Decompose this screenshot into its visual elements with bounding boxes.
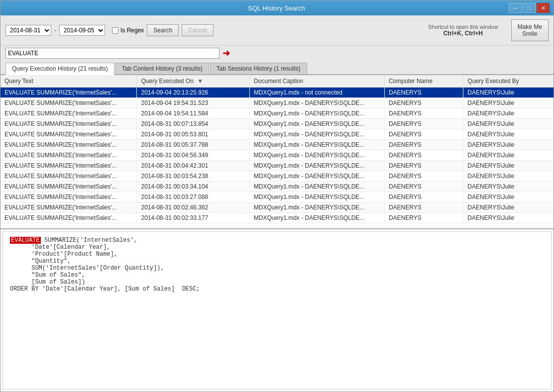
highlight-word: EVALUATE: [10, 237, 41, 244]
table-row[interactable]: EVALUATE SUMMARIZE('InternetSales'...201…: [0, 161, 554, 171]
shortcut-key: Ctrl+K, Ctrl+H: [428, 30, 498, 37]
col-header-document[interactable]: Document Caption: [249, 75, 384, 88]
table-row[interactable]: EVALUATE SUMMARIZE('InternetSales'...201…: [0, 108, 554, 119]
window-title: SQL History Search: [44, 4, 509, 12]
tabs-container: Query Execution History (21 results) Tab…: [0, 63, 554, 75]
search-input[interactable]: [5, 48, 220, 59]
table-row[interactable]: EVALUATE SUMMARIZE('InternetSales'...201…: [0, 182, 554, 192]
tab-content-history[interactable]: Tab Content History (3 results): [115, 63, 209, 74]
is-regex-label: Is Regex: [112, 27, 144, 34]
table-row[interactable]: EVALUATE SUMMARIZE('InternetSales'...201…: [0, 98, 554, 108]
date-from-select[interactable]: 2014-08-31: [5, 25, 51, 36]
table-row[interactable]: EVALUATE SUMMARIZE('InternetSales'...201…: [0, 140, 554, 150]
minimize-button[interactable]: ─: [509, 3, 522, 13]
toolbar: 2014-08-31 - 2014-09-05 Is Regex Search …: [0, 15, 554, 46]
table-header-row: Query Text Query Executed On ▼ Document …: [0, 75, 554, 88]
results-table-container[interactable]: Query Text Query Executed On ▼ Document …: [0, 75, 554, 229]
date-separator: -: [54, 27, 56, 34]
table-row[interactable]: EVALUATE SUMMARIZE('InternetSales'...201…: [0, 213, 554, 223]
cancel-button[interactable]: Cancel: [182, 24, 213, 36]
tab-sessions-history[interactable]: Tab Sessions History (1 results): [210, 63, 307, 74]
red-arrow-icon: ➜: [222, 48, 230, 59]
col-header-computer[interactable]: Computer Name: [384, 75, 463, 88]
make-smile-button[interactable]: Make MeSmile: [511, 19, 549, 41]
table-row[interactable]: EVALUATE SUMMARIZE('InternetSales'...201…: [0, 171, 554, 182]
col-header-executed-on[interactable]: Query Executed On ▼: [137, 75, 249, 88]
shortcut-area: Shortcut to open this window Ctrl+K, Ctr…: [428, 24, 498, 37]
title-bar: SQL History Search ─ □ ✕: [0, 0, 554, 15]
table-row[interactable]: EVALUATE SUMMARIZE('InternetSales'...201…: [0, 202, 554, 213]
main-window: SQL History Search ─ □ ✕ 2014-08-31 - 20…: [0, 0, 554, 392]
table-row[interactable]: EVALUATE SUMMARIZE('InternetSales'...201…: [0, 119, 554, 129]
main-content: Query Text Query Executed On ▼ Document …: [0, 75, 554, 392]
table-row[interactable]: EVALUATE SUMMARIZE('InternetSales'...201…: [0, 129, 554, 140]
close-button[interactable]: ✕: [537, 3, 550, 13]
restore-button[interactable]: □: [523, 3, 536, 13]
table-row[interactable]: EVALUATE SUMMARIZE('InternetSales'...201…: [0, 192, 554, 202]
search-bar: ➜: [0, 46, 554, 63]
table-row[interactable]: EVALUATE SUMMARIZE('InternetSales'...201…: [0, 150, 554, 161]
date-to-select[interactable]: 2014-09-05: [59, 25, 105, 36]
tab-query-execution[interactable]: Query Execution History (21 results): [5, 63, 114, 75]
window-controls: ─ □ ✕: [509, 3, 550, 13]
results-table: Query Text Query Executed On ▼ Document …: [0, 75, 554, 223]
col-header-executed-by[interactable]: Query Executed By: [463, 75, 554, 88]
col-header-query-text[interactable]: Query Text: [0, 75, 137, 88]
table-row[interactable]: EVALUATE SUMMARIZE('InternetSales'...201…: [0, 88, 554, 98]
is-regex-checkbox[interactable]: [112, 27, 118, 34]
search-button[interactable]: Search: [147, 24, 179, 36]
query-preview: EVALUATE SUMMARIZE('InternetSales', 'Dat…: [2, 231, 552, 390]
shortcut-text: Shortcut to open this window: [428, 24, 498, 30]
